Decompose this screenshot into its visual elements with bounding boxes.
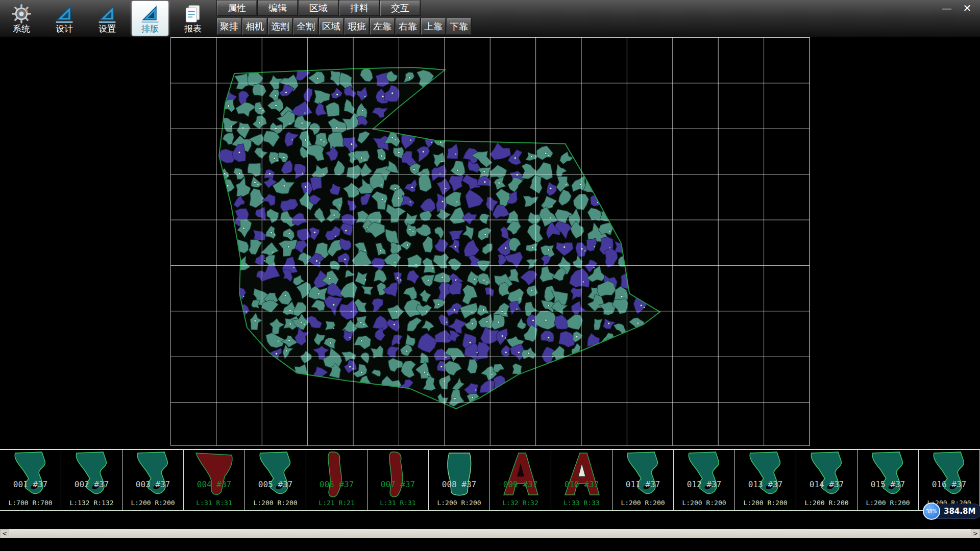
app-button-label: 排版 xyxy=(141,24,159,33)
piece-thumb-008_#37[interactable]: 008_#37L:200 R:200 xyxy=(429,450,490,510)
piece-shape xyxy=(127,450,180,501)
horizontal-scrollbar[interactable]: < > xyxy=(0,529,980,538)
report-icon xyxy=(183,4,203,24)
piece-thumb-003_#37[interactable]: 003_#37L:200 R:200 xyxy=(122,450,184,510)
menu-tab-region[interactable]: 区域 xyxy=(298,0,339,16)
piece-count: L:31 R:31 xyxy=(184,499,244,507)
progress-percent: 38% xyxy=(926,509,937,514)
piece-name: 007_#37 xyxy=(368,480,428,489)
tool-button-select-cut[interactable]: 选割 xyxy=(267,18,293,35)
piece-thumb-006_#37[interactable]: 006_#37L:21 R:21 xyxy=(306,450,368,510)
menu-tab-interact[interactable]: 交互 xyxy=(380,0,421,16)
piece-count: L:200 R:200 xyxy=(122,499,183,507)
piece-count: L:200 R:200 xyxy=(735,499,796,507)
window-controls: — ✕ xyxy=(940,2,974,14)
piece-thumb-010_#37[interactable]: 010_#37L:33 R:33 xyxy=(551,450,612,510)
nesting-svg xyxy=(170,37,810,445)
top-toolbar: 系统设计设置排版报表 属性编辑区域排料交互 聚排相机选割全割区域瑕疵左靠右靠上靠… xyxy=(0,0,980,37)
piece-shape xyxy=(310,450,363,501)
scroll-right-arrow[interactable]: > xyxy=(971,529,980,538)
scroll-left-arrow[interactable]: < xyxy=(0,529,9,538)
piece-name: 002_#37 xyxy=(61,480,122,489)
piece-name: 009_#37 xyxy=(490,480,551,489)
piece-thumb-013_#37[interactable]: 013_#37L:200 R:200 xyxy=(735,450,796,510)
piece-name: 010_#37 xyxy=(551,480,612,489)
app-button-label: 系统 xyxy=(13,24,30,33)
tool-button-align-left[interactable]: 左靠 xyxy=(370,18,395,35)
piece-thumb-011_#37[interactable]: 011_#37L:200 R:200 xyxy=(612,450,674,510)
app-button-layout[interactable]: 排版 xyxy=(132,1,168,36)
tool-button-align-right[interactable]: 右靠 xyxy=(395,18,421,35)
piece-thumb-005_#37[interactable]: 005_#37L:200 R:200 xyxy=(245,450,306,510)
piece-shape xyxy=(188,450,241,501)
tool-button-align-top[interactable]: 上靠 xyxy=(421,18,446,35)
tool-button-cluster-nest[interactable]: 聚排 xyxy=(216,18,242,35)
piece-count: L:200 R:200 xyxy=(857,499,918,507)
piece-name: 006_#37 xyxy=(306,480,367,489)
piece-count: L:200 R:200 xyxy=(429,499,489,507)
app-window: 系统设计设置排版报表 属性编辑区域排料交互 聚排相机选割全割区域瑕疵左靠右靠上靠… xyxy=(0,0,980,551)
status-badge: 38% 384.8M xyxy=(923,503,980,520)
piece-thumb-016_#37[interactable]: 016_#37L:200 R:200 xyxy=(919,450,980,510)
piece-shape xyxy=(739,450,792,501)
piece-thumb-001_#37[interactable]: 001_#37L:700 R:700 xyxy=(0,450,61,510)
piece-name: 015_#37 xyxy=(857,480,918,489)
scroll-track[interactable] xyxy=(9,529,971,538)
piece-shape xyxy=(249,450,302,501)
piece-thumb-004_#37[interactable]: 004_#37L:31 R:31 xyxy=(184,450,245,510)
piece-shape xyxy=(617,450,670,501)
set-square-icon xyxy=(54,4,75,24)
piece-count: L:200 R:200 xyxy=(796,499,857,507)
app-button-design[interactable]: 设计 xyxy=(46,1,83,36)
pieces-panel: 001_#37L:700 R:700002_#37L:132 R:132003_… xyxy=(0,449,980,511)
tool-button-defect[interactable]: 瑕疵 xyxy=(344,18,370,35)
piece-shape xyxy=(4,450,57,501)
piece-shape xyxy=(862,450,915,501)
piece-shape xyxy=(800,450,853,501)
piece-name: 013_#37 xyxy=(735,480,796,489)
piece-count: L:200 R:200 xyxy=(612,499,673,507)
piece-name: 001_#37 xyxy=(0,480,61,489)
piece-count: L:200 R:200 xyxy=(674,499,734,507)
piece-name: 014_#37 xyxy=(796,480,857,489)
menu-area: 属性编辑区域排料交互 聚排相机选割全割区域瑕疵左靠右靠上靠下靠 xyxy=(216,0,472,35)
tool-button-region[interactable]: 区域 xyxy=(318,18,344,35)
menu-tab-edit[interactable]: 编辑 xyxy=(257,0,298,16)
gear-icon xyxy=(11,4,32,24)
piece-count: L:32 R:32 xyxy=(490,499,551,507)
app-button-label: 设置 xyxy=(99,24,116,33)
piece-thumb-014_#37[interactable]: 014_#37L:200 R:200 xyxy=(796,450,857,510)
progress-circle: 38% xyxy=(923,503,940,520)
app-button-system[interactable]: 系统 xyxy=(3,1,40,36)
set-square-icon xyxy=(140,4,160,24)
piece-thumb-009_#37[interactable]: 009_#37L:32 R:32 xyxy=(490,450,551,510)
tool-button-row: 聚排相机选割全割区域瑕疵左靠右靠上靠下靠 xyxy=(216,18,472,35)
piece-thumb-015_#37[interactable]: 015_#37L:200 R:200 xyxy=(857,450,919,510)
piece-count: L:33 R:33 xyxy=(551,499,612,507)
piece-name: 016_#37 xyxy=(919,480,979,489)
piece-name: 004_#37 xyxy=(184,480,244,489)
tool-button-align-bottom[interactable]: 下靠 xyxy=(446,18,472,35)
piece-thumb-002_#37[interactable]: 002_#37L:132 R:132 xyxy=(61,450,122,510)
minimize-button[interactable]: — xyxy=(940,2,953,14)
piece-name: 011_#37 xyxy=(612,480,673,489)
menu-tab-properties[interactable]: 属性 xyxy=(216,0,257,16)
piece-name: 012_#37 xyxy=(674,480,734,489)
tool-button-camera[interactable]: 相机 xyxy=(242,18,267,35)
piece-thumb-007_#37[interactable]: 007_#37L:31 R:31 xyxy=(368,450,429,510)
piece-count: L:132 R:132 xyxy=(61,499,122,507)
close-button[interactable]: ✕ xyxy=(961,2,974,14)
piece-name: 005_#37 xyxy=(245,480,306,489)
app-button-report[interactable]: 报表 xyxy=(175,1,211,36)
piece-shape xyxy=(923,450,976,501)
piece-count: L:21 R:21 xyxy=(306,499,367,507)
piece-name: 003_#37 xyxy=(122,480,183,489)
nesting-canvas[interactable] xyxy=(170,37,810,446)
piece-thumb-012_#37[interactable]: 012_#37L:200 R:200 xyxy=(674,450,735,510)
app-button-settings[interactable]: 设置 xyxy=(89,1,126,36)
app-button-label: 报表 xyxy=(184,24,202,33)
piece-count: L:200 R:200 xyxy=(245,499,306,507)
app-button-label: 设计 xyxy=(56,24,73,33)
menu-tab-nesting[interactable]: 排料 xyxy=(339,0,380,16)
tool-button-cut-all[interactable]: 全割 xyxy=(293,18,318,35)
